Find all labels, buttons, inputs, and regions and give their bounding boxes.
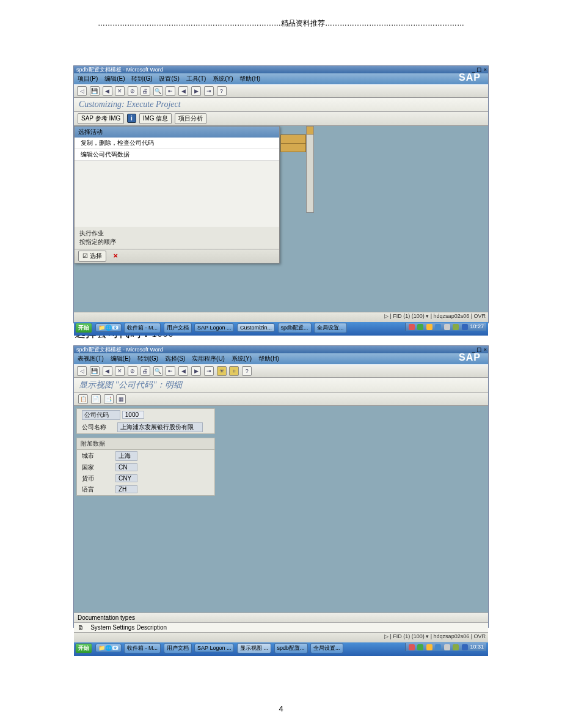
system-tray[interactable]: 10:27 [405, 323, 486, 331]
menu-item[interactable]: 编辑(E) [111, 355, 131, 362]
find-icon[interactable]: 🔍 [153, 366, 163, 376]
titlebar[interactable]: spdb配置文档模板 - Microsoft Word _ 口 × [74, 66, 488, 73]
menu-item[interactable]: 系统(Y) [232, 355, 252, 362]
taskbar-item[interactable]: 全局设置... [314, 323, 347, 333]
taskbar-item[interactable]: 收件箱 - M... [124, 643, 161, 653]
next-icon[interactable]: ▶ [191, 366, 201, 376]
tray-icon[interactable] [444, 644, 450, 650]
exec-job-label: 执行作业 [79, 229, 274, 238]
menu-item[interactable]: 实用程序(U) [192, 355, 225, 362]
tool-icon[interactable]: 📋 [78, 394, 88, 404]
system-tray[interactable]: 10:31 [405, 643, 486, 651]
cancel-icon[interactable]: ⊘ [128, 366, 137, 376]
img-info-button[interactable]: i [127, 114, 136, 123]
titlebar[interactable]: spdb配置文档模板 - Microsoft Word _ 口 × [74, 346, 488, 353]
tool-icon[interactable]: 📄 [91, 394, 101, 404]
menu-item[interactable]: 选择(S) [165, 355, 185, 362]
tool-icon[interactable]: ▦ [116, 394, 126, 404]
taskbar-item[interactable]: 全局设置... [310, 643, 343, 653]
menu-item[interactable]: 帮助(H) [239, 75, 260, 82]
layout-icon[interactable]: ⌗ [229, 366, 239, 376]
sap-ref-img-button[interactable]: SAP 参考 IMG [78, 113, 124, 124]
next-icon[interactable]: ▶ [191, 86, 201, 96]
tray-icon[interactable] [453, 644, 459, 650]
page-number: 4 [0, 704, 562, 713]
standard-toolbar: ◁ 💾 ◀ ✕ ⊘ 🖨 🔍 ⇤ ◀ ▶ ⇥ ? [74, 84, 488, 98]
menu-item[interactable]: 编辑(E) [104, 75, 125, 82]
taskbar-item[interactable]: 用户文档 [164, 323, 192, 333]
tray-icon[interactable] [435, 324, 441, 330]
start-button[interactable]: 开始 [75, 643, 92, 653]
statusbar: ▷ | FID (1) (100) ▾ | hdqzsap02s06 | OVR [74, 312, 488, 322]
taskbar-item[interactable]: SAP Logon ... [194, 323, 234, 332]
taskbar-item[interactable]: spdb配置... [274, 643, 308, 653]
back-icon[interactable]: ◁ [77, 366, 87, 376]
menu-item[interactable]: 表视图(T) [78, 355, 104, 362]
help-icon[interactable]: ? [217, 86, 227, 96]
taskbar-item[interactable]: 用户文档 [164, 643, 192, 653]
taskbar-item-active[interactable]: 显示视图 ... [237, 643, 271, 653]
prev-icon[interactable]: ◀ [178, 86, 188, 96]
tray-icon[interactable] [462, 644, 468, 650]
sap-window-1: spdb配置文档模板 - Microsoft Word _ 口 × 项目(P) … [73, 65, 489, 323]
last-icon[interactable]: ⇥ [204, 86, 214, 96]
tray-icon[interactable] [417, 644, 423, 650]
tool-icon[interactable]: 📑 [104, 394, 114, 404]
standard-toolbar-2: ◁ 💾 ◀ ✕ ⊘ 🖨 🔍 ⇤ ◀ ▶ ⇥ ☀ ⌗ ? [74, 364, 488, 378]
tray-icon[interactable] [444, 324, 450, 330]
select-button[interactable]: ☑ 选择 [78, 251, 106, 262]
img-info-label-button[interactable]: IMG 信息 [139, 113, 172, 124]
first-icon[interactable]: ⇤ [166, 366, 175, 376]
last-icon[interactable]: ⇥ [204, 366, 214, 376]
save-icon[interactable]: 💾 [90, 366, 100, 376]
dialog-title: 选择活动 [75, 127, 279, 138]
tray-icon[interactable] [426, 324, 432, 330]
start-button[interactable]: 开始 [75, 323, 92, 333]
save-icon[interactable]: 💾 [90, 86, 100, 96]
menu-item[interactable]: 工具(T) [186, 75, 206, 82]
tray-icon[interactable] [462, 324, 468, 330]
exit-icon[interactable]: ✕ [115, 86, 125, 96]
project-analysis-button[interactable]: 项目分析 [175, 113, 206, 124]
list-item[interactable]: 编辑公司代码数据 [75, 149, 279, 161]
tray-icon[interactable] [409, 644, 415, 650]
menu-item[interactable]: 设置(S) [159, 75, 179, 82]
doc-types-item[interactable]: 🗎 System Settings Description [74, 622, 488, 632]
doc-types-header: Documentation types [74, 612, 488, 622]
taskbar-item-active[interactable]: Customizin... [237, 323, 275, 332]
menu-item[interactable]: 项目(P) [78, 75, 98, 82]
quick-launch[interactable]: 📁🌐📧 [95, 323, 122, 332]
cancel-icon[interactable]: ⊘ [128, 86, 137, 96]
menu-item[interactable]: 转到(G) [131, 75, 152, 82]
tray-icon[interactable] [453, 324, 459, 330]
first-icon[interactable]: ⇤ [166, 86, 175, 96]
app-toolbar: SAP 参考 IMG i IMG 信息 项目分析 [74, 112, 488, 126]
new-icon[interactable]: ☀ [217, 366, 227, 376]
tray-icon[interactable] [435, 644, 441, 650]
taskbar-item[interactable]: SAP Logon ... [194, 644, 234, 652]
status-text: ▷ | FID (1) (100) ▾ | hdqzsap02s06 | OVR [384, 313, 486, 319]
menu-item[interactable]: 系统(Y) [213, 75, 233, 82]
taskbar-item[interactable]: spdb配置... [278, 323, 312, 333]
menu-item[interactable]: 转到(G) [137, 355, 158, 362]
prev-icon[interactable]: ◀ [178, 366, 188, 376]
tray-icon[interactable] [417, 324, 423, 330]
tray-icon[interactable] [409, 324, 415, 330]
menubar-1: 项目(P) 编辑(E) 转到(G) 设置(S) 工具(T) 系统(Y) 帮助(H… [74, 73, 488, 84]
cancel-icon[interactable]: ✕ [113, 252, 118, 259]
extra-data-title: 附加数据 [77, 438, 214, 450]
exit-icon[interactable]: ✕ [115, 366, 125, 376]
back2-icon[interactable]: ◀ [103, 86, 112, 96]
tray-icon[interactable] [426, 644, 432, 650]
list-item[interactable]: 复制，删除，检查公司代码 [75, 138, 279, 149]
back2-icon[interactable]: ◀ [103, 366, 112, 376]
back-icon[interactable]: ◁ [77, 86, 87, 96]
print-icon[interactable]: 🖨 [140, 366, 150, 376]
taskbar-item[interactable]: 收件箱 - M... [124, 323, 161, 333]
find-icon[interactable]: 🔍 [153, 86, 163, 96]
help-icon[interactable]: ? [242, 366, 252, 376]
menu-item[interactable]: 帮助(H) [258, 355, 279, 362]
clock: 10:31 [470, 644, 484, 650]
print-icon[interactable]: 🖨 [140, 86, 150, 96]
quick-launch[interactable]: 📁🌐📧 [95, 644, 122, 652]
